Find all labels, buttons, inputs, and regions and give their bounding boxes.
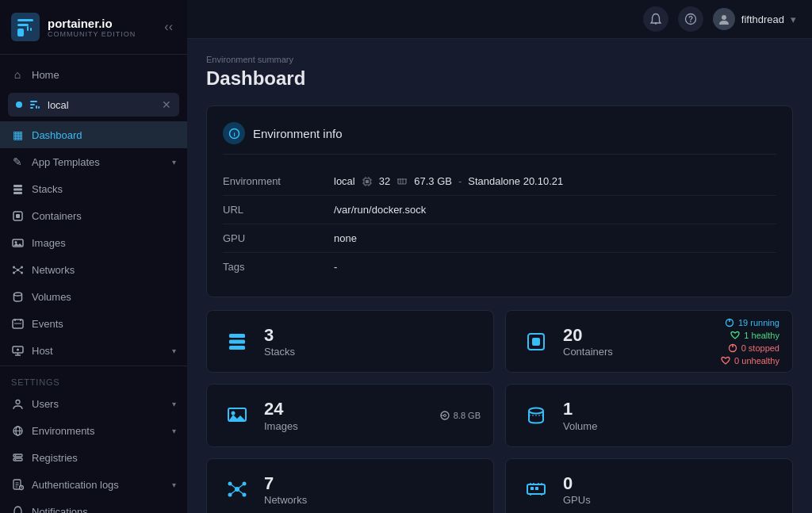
svg-rect-105 <box>535 487 538 490</box>
sidebar-item-auth-logs[interactable]: Authentication logs ▾ <box>0 471 187 498</box>
svg-rect-2 <box>17 24 29 26</box>
notifications-bell-button[interactable] <box>643 6 668 32</box>
stacks-icon <box>11 182 24 195</box>
svg-rect-41 <box>13 458 22 461</box>
sidebar-item-label: Environments <box>32 425 164 437</box>
svg-rect-5 <box>30 28 32 31</box>
sidebar-item-containers[interactable]: Containers <box>0 202 187 229</box>
images-icon <box>11 236 24 249</box>
svg-rect-11 <box>13 185 22 187</box>
info-label-tags: Tags <box>223 261 334 273</box>
portainer-logo-icon <box>11 13 40 41</box>
chevron-down-icon: ▾ <box>172 346 176 355</box>
gpus-stat-icon <box>522 478 550 500</box>
sidebar-item-networks[interactable]: Networks <box>0 256 187 283</box>
sidebar-item-users[interactable]: Users ▾ <box>0 390 187 417</box>
home-icon: ⌂ <box>11 68 24 81</box>
stat-card-networks[interactable]: 7 Networks <box>206 458 494 513</box>
sidebar-item-label: Registries <box>32 452 176 464</box>
host-icon <box>11 344 24 357</box>
card-title: Environment info <box>253 127 343 140</box>
help-button[interactable]: ? <box>678 6 703 32</box>
environments-icon <box>11 424 24 437</box>
sidebar-collapse-button[interactable]: ‹‹ <box>161 17 176 37</box>
images-meta: 8.8 GB <box>440 411 481 420</box>
env-version-value: Standalone 20.10.21 <box>468 175 563 187</box>
volumes-count: 1 <box>563 399 776 419</box>
stat-card-stacks[interactable]: 3 Stacks <box>206 310 494 373</box>
sidebar-item-dashboard[interactable]: ▦ Dashboard <box>0 121 187 148</box>
username-label: fifthdread <box>741 13 784 25</box>
sidebar-item-label: App Templates <box>32 156 164 168</box>
sidebar-item-label: Home <box>32 69 176 81</box>
svg-line-25 <box>13 270 17 273</box>
sidebar-item-home[interactable]: ⌂ Home <box>0 61 187 88</box>
user-menu[interactable]: fifthdread ▾ <box>713 8 796 30</box>
stopped-count: 0 stopped <box>741 343 779 353</box>
stacks-stat-content: 3 Stacks <box>264 325 477 358</box>
sidebar-item-notifications[interactable]: Notifications <box>0 498 187 513</box>
chevron-down-icon: ▾ <box>172 158 176 167</box>
sidebar-item-volumes[interactable]: Volumes <box>0 283 187 310</box>
gpus-count: 0 <box>563 473 776 494</box>
svg-line-24 <box>17 267 21 270</box>
logo-text: portainer.io COMMUNITY EDITION <box>48 17 136 38</box>
networks-stat-content: 7 Networks <box>264 473 477 506</box>
sidebar-item-host[interactable]: Host ▾ <box>0 337 187 364</box>
stacks-label: Stacks <box>264 346 477 358</box>
page-content: Environment summary Dashboard i Environm… <box>187 39 812 513</box>
env-docker-icon <box>29 98 41 111</box>
volumes-label: Volume <box>563 420 776 432</box>
sidebar-item-label: Events <box>32 318 176 330</box>
sidebar-item-stacks[interactable]: Stacks <box>0 175 187 202</box>
sidebar-item-label: Stacks <box>32 183 176 195</box>
env-close-button[interactable]: ✕ <box>162 99 171 110</box>
logo-name: portainer.io <box>48 17 136 30</box>
svg-rect-78 <box>229 334 245 338</box>
info-value-tags: - <box>334 261 776 273</box>
running-count: 19 running <box>738 318 779 327</box>
svg-rect-8 <box>30 107 33 109</box>
sidebar-item-label: Networks <box>32 264 176 276</box>
info-label-environment: Environment <box>223 175 334 187</box>
sidebar-item-label: Volumes <box>32 291 176 303</box>
containers-icon <box>11 209 24 222</box>
env-memory-value: 67.3 GB <box>414 175 452 187</box>
svg-rect-15 <box>16 214 20 218</box>
sidebar-item-images[interactable]: Images <box>0 229 187 256</box>
containers-stat-icon <box>522 331 550 353</box>
settings-section-label: Settings <box>0 368 187 390</box>
sidebar-item-label: Containers <box>32 210 176 222</box>
sidebar-item-label: Dashboard <box>32 129 176 141</box>
svg-rect-12 <box>13 188 22 190</box>
stat-card-gpus[interactable]: 0 GPUs <box>505 458 793 513</box>
stat-card-volumes[interactable]: 1 Volume <box>505 384 793 446</box>
sidebar-item-registries[interactable]: Registries <box>0 444 187 471</box>
sidebar-item-app-templates[interactable]: ✎ App Templates ▾ <box>0 148 187 175</box>
user-menu-chevron: ▾ <box>791 13 796 25</box>
sidebar-item-label: Users <box>32 398 164 410</box>
sidebar-item-environments[interactable]: Environments ▾ <box>0 417 187 444</box>
svg-rect-13 <box>13 192 22 194</box>
stat-card-containers[interactable]: 20 Containers 19 running <box>505 310 793 373</box>
svg-rect-104 <box>530 487 534 490</box>
svg-line-50 <box>21 488 22 488</box>
sidebar-item-events[interactable]: Events <box>0 310 187 337</box>
volumes-stat-icon <box>522 404 550 427</box>
gpus-stat-content: 0 GPUs <box>563 473 776 506</box>
page-title: Dashboard <box>206 67 793 90</box>
svg-rect-10 <box>38 106 40 109</box>
svg-point-43 <box>14 458 16 460</box>
user-avatar <box>713 8 735 30</box>
env-selector[interactable]: local ✕ <box>8 93 179 117</box>
hdd-icon <box>440 411 450 420</box>
svg-line-23 <box>13 267 17 270</box>
svg-rect-0 <box>11 13 40 41</box>
users-icon <box>11 397 24 410</box>
stat-card-images[interactable]: 24 Images 8.8 GB <box>206 384 494 446</box>
env-separator: - <box>458 175 462 187</box>
env-info-icon: i <box>223 122 245 144</box>
sidebar-item-label: Notifications <box>32 506 176 514</box>
svg-rect-4 <box>27 26 29 31</box>
env-status-dot <box>16 101 22 108</box>
